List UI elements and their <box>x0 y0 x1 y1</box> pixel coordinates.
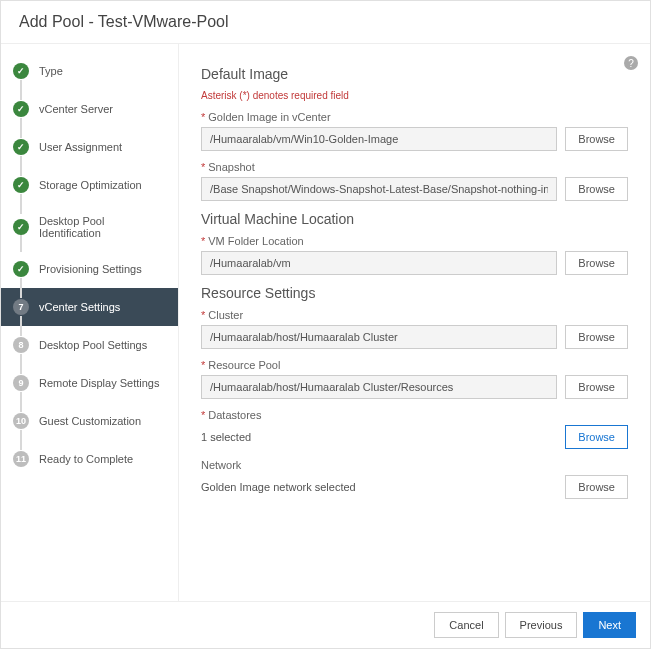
step-connector <box>20 278 22 298</box>
step-label: Ready to Complete <box>39 453 133 465</box>
resource-pool-label: *Resource Pool <box>201 359 628 371</box>
datastores-status: 1 selected <box>201 427 557 447</box>
wizard-step-vcenter-server[interactable]: ✓vCenter Server <box>1 90 178 128</box>
step-connector <box>20 316 22 336</box>
required-asterisk: * <box>201 161 205 173</box>
wizard-step-remote-display-settings[interactable]: 9Remote Display Settings <box>1 364 178 402</box>
step-number-badge: 11 <box>13 451 29 467</box>
check-icon: ✓ <box>13 63 29 79</box>
step-number-badge: 7 <box>13 299 29 315</box>
check-icon: ✓ <box>13 261 29 277</box>
next-button[interactable]: Next <box>583 612 636 638</box>
main-content: ? Default Image Asterisk (*) denotes req… <box>179 44 650 601</box>
step-label: Guest Customization <box>39 415 141 427</box>
step-label: User Assignment <box>39 141 122 153</box>
step-label: vCenter Server <box>39 103 113 115</box>
step-connector <box>20 354 22 374</box>
vm-folder-label: *VM Folder Location <box>201 235 628 247</box>
cluster-label: *Cluster <box>201 309 628 321</box>
step-label: Desktop Pool Identification <box>39 215 166 239</box>
snapshot-label: *Snapshot <box>201 161 628 173</box>
step-connector <box>20 118 22 138</box>
section-title-resource-settings: Resource Settings <box>201 285 628 301</box>
network-browse-button[interactable]: Browse <box>565 475 628 499</box>
network-label: Network <box>201 459 628 471</box>
wizard-step-type[interactable]: ✓Type <box>1 52 178 90</box>
resource-pool-input[interactable] <box>201 375 557 399</box>
step-label: Storage Optimization <box>39 179 142 191</box>
step-connector <box>20 392 22 412</box>
wizard-step-storage-optimization[interactable]: ✓Storage Optimization <box>1 166 178 204</box>
step-number-badge: 10 <box>13 413 29 429</box>
section-title-default-image: Default Image <box>201 66 628 82</box>
wizard-steps-sidebar: ✓Type✓vCenter Server✓User Assignment✓Sto… <box>1 44 179 601</box>
wizard-step-desktop-pool-settings[interactable]: 8Desktop Pool Settings <box>1 326 178 364</box>
step-connector <box>20 430 22 450</box>
step-number-badge: 9 <box>13 375 29 391</box>
step-label: Provisioning Settings <box>39 263 142 275</box>
required-asterisk: * <box>201 235 205 247</box>
required-asterisk: * <box>201 359 205 371</box>
wizard-step-desktop-pool-identification[interactable]: ✓Desktop Pool Identification <box>1 204 178 250</box>
required-asterisk: * <box>201 111 205 123</box>
help-icon[interactable]: ? <box>624 56 638 70</box>
step-label: Desktop Pool Settings <box>39 339 147 351</box>
snapshot-browse-button[interactable]: Browse <box>565 177 628 201</box>
datastores-label: *Datastores <box>201 409 628 421</box>
step-connector <box>20 194 22 214</box>
cluster-browse-button[interactable]: Browse <box>565 325 628 349</box>
snapshot-input[interactable] <box>201 177 557 201</box>
golden-image-input[interactable] <box>201 127 557 151</box>
datastores-browse-button[interactable]: Browse <box>565 425 628 449</box>
section-title-vm-location: Virtual Machine Location <box>201 211 628 227</box>
check-icon: ✓ <box>13 139 29 155</box>
step-number-badge: 8 <box>13 337 29 353</box>
dialog-footer: Cancel Previous Next <box>1 601 650 648</box>
step-label: Remote Display Settings <box>39 377 159 389</box>
vm-folder-input[interactable] <box>201 251 557 275</box>
required-asterisk: * <box>201 409 205 421</box>
resource-pool-browse-button[interactable]: Browse <box>565 375 628 399</box>
required-field-note: Asterisk (*) denotes required field <box>201 90 628 101</box>
wizard-step-user-assignment[interactable]: ✓User Assignment <box>1 128 178 166</box>
check-icon: ✓ <box>13 177 29 193</box>
page-title: Add Pool - Test-VMware-Pool <box>19 13 632 31</box>
wizard-step-vcenter-settings[interactable]: 7vCenter Settings <box>1 288 178 326</box>
wizard-step-guest-customization[interactable]: 10Guest Customization <box>1 402 178 440</box>
step-connector <box>20 156 22 176</box>
vm-folder-browse-button[interactable]: Browse <box>565 251 628 275</box>
wizard-step-provisioning-settings[interactable]: ✓Provisioning Settings <box>1 250 178 288</box>
wizard-step-ready-to-complete[interactable]: 11Ready to Complete <box>1 440 178 478</box>
step-label: vCenter Settings <box>39 301 120 313</box>
check-icon: ✓ <box>13 219 29 235</box>
required-asterisk: * <box>201 309 205 321</box>
cancel-button[interactable]: Cancel <box>434 612 498 638</box>
network-status: Golden Image network selected <box>201 477 557 497</box>
step-connector <box>20 80 22 100</box>
previous-button[interactable]: Previous <box>505 612 578 638</box>
step-connector <box>20 232 22 252</box>
step-label: Type <box>39 65 63 77</box>
check-icon: ✓ <box>13 101 29 117</box>
golden-image-browse-button[interactable]: Browse <box>565 127 628 151</box>
dialog-header: Add Pool - Test-VMware-Pool <box>1 1 650 44</box>
cluster-input[interactable] <box>201 325 557 349</box>
golden-image-label: *Golden Image in vCenter <box>201 111 628 123</box>
